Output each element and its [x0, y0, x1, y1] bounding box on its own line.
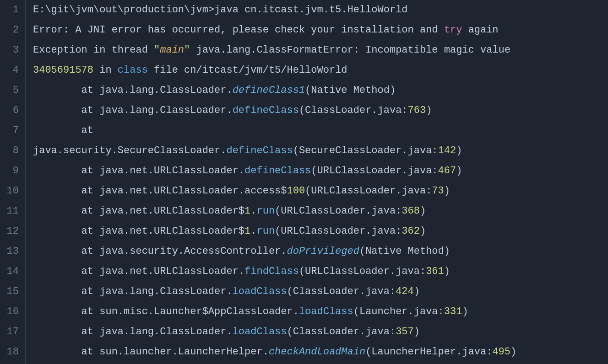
code-token: 467 [438, 165, 456, 177]
code-token: at java.net.URLClassLoader.access$ [33, 185, 287, 197]
code-line[interactable]: at java.net.URLClassLoader$1.run(URLClas… [33, 201, 608, 221]
line-number: 18 [0, 342, 19, 362]
code-token: 1 [244, 205, 250, 217]
code-line[interactable]: 3405691578 in class file cn/itcast/jvm/t… [33, 60, 608, 80]
code-line[interactable]: at java.net.URLClassLoader.findClass(URL… [33, 262, 608, 282]
code-token: ) [456, 145, 462, 156]
line-number: 2 [0, 20, 19, 40]
code-token: (URLClassLoader.java: [305, 185, 432, 197]
code-token: " [154, 44, 160, 56]
code-token: ) [456, 165, 462, 177]
code-token: ) [510, 346, 516, 358]
line-number: 13 [0, 241, 19, 262]
code-token: 100 [287, 185, 305, 197]
code-line[interactable]: Exception in thread "main" java.lang.Cla… [33, 40, 608, 60]
code-token: 362 [402, 225, 420, 237]
code-content-area[interactable]: E:\git\jvm\out\production\jvm>java cn.it… [26, 0, 608, 364]
code-token: 3405691578 [33, 64, 93, 76]
code-token: defineClass [244, 165, 311, 177]
code-token: 361 [426, 266, 444, 277]
code-token: checkAndLoadMain [269, 346, 365, 358]
code-token: 331 [444, 306, 462, 317]
code-token: again [462, 24, 498, 36]
code-token: at java.lang.ClassLoader. [33, 286, 233, 297]
code-token: 73 [432, 185, 444, 197]
code-token: defineClass1 [233, 85, 305, 96]
code-line[interactable]: at sun.launcher.LauncherHelper.checkAndL… [33, 342, 608, 362]
code-token: E:\git\jvm\out\production\jvm>java cn.it… [33, 4, 408, 16]
code-token: (URLClassLoader.java: [311, 165, 438, 177]
code-line[interactable]: at sun.misc.Launcher$AppClassLoader.load… [33, 302, 608, 322]
code-token: java.lang.ClassFormatError: Incompatible… [190, 44, 510, 56]
code-editor[interactable]: 123456789101112131415161718 E:\git\jvm\o… [0, 0, 608, 364]
code-token: file cn/itcast/jvm/t5/HelloWorld [148, 64, 347, 76]
code-line[interactable]: Error: A JNI error has occurred, please … [33, 20, 608, 40]
code-token: at java.net.URLClassLoader. [33, 165, 244, 177]
code-token: ) [420, 205, 426, 217]
code-token: main [160, 44, 184, 56]
code-token: at java.net.URLClassLoader. [33, 266, 244, 277]
line-number: 14 [0, 262, 19, 282]
code-line[interactable]: E:\git\jvm\out\production\jvm>java cn.it… [33, 0, 608, 20]
code-token: (Launcher.java: [353, 306, 444, 317]
line-number: 10 [0, 181, 19, 201]
code-line[interactable]: at java.security.AccessController.doPriv… [33, 241, 608, 262]
code-token: 357 [396, 326, 414, 337]
code-token: at java.lang.ClassLoader. [33, 326, 233, 337]
code-token: defineClass [226, 145, 293, 156]
code-token: ) [426, 105, 432, 116]
code-line[interactable]: at java.net.URLClassLoader$1.run(URLClas… [33, 221, 608, 241]
line-number: 11 [0, 201, 19, 221]
code-token: . [250, 205, 256, 217]
line-number: 7 [0, 121, 19, 141]
line-number: 12 [0, 221, 19, 241]
code-line[interactable]: at java.lang.ClassLoader.loadClass(Class… [33, 282, 608, 302]
code-token: (Native Method) [305, 85, 396, 96]
code-token: (URLClassLoader.java: [299, 266, 426, 277]
code-token: try [444, 24, 462, 36]
code-line[interactable]: at java.lang.ClassLoader.defineClass(Cla… [33, 101, 608, 121]
code-token: 142 [438, 145, 456, 156]
code-line[interactable]: at java.lang.ClassLoader.loadClass(Class… [33, 322, 608, 342]
code-line[interactable]: java.security.SecureClassLoader.defineCl… [33, 141, 608, 161]
line-number: 9 [0, 161, 19, 181]
line-number: 8 [0, 141, 19, 161]
code-token: in [93, 64, 118, 76]
code-token: (ClassLoader.java: [287, 326, 396, 337]
line-number: 6 [0, 101, 19, 121]
line-number: 3 [0, 40, 19, 60]
code-token: run [256, 225, 275, 237]
code-token: 763 [408, 105, 426, 116]
code-token: doPrivileged [287, 246, 359, 257]
code-line[interactable]: at [33, 121, 608, 141]
line-number: 16 [0, 302, 19, 322]
code-token: defineClass [233, 105, 299, 116]
code-token: class [118, 64, 148, 76]
code-token: ) [414, 326, 420, 337]
line-number: 1 [0, 0, 19, 20]
code-token: (Native Method) [359, 246, 450, 257]
line-number: 4 [0, 60, 19, 80]
code-token: ) [462, 306, 468, 317]
code-token: at java.security.AccessController. [33, 246, 287, 257]
line-number-gutter: 123456789101112131415161718 [0, 0, 26, 364]
code-token: java.security.SecureClassLoader. [33, 145, 226, 156]
code-token: findClass [244, 266, 299, 277]
code-line[interactable]: at java.lang.ClassLoader.defineClass1(Na… [33, 80, 608, 101]
code-token: at java.net.URLClassLoader$ [33, 225, 244, 237]
code-line[interactable]: at java.net.URLClassLoader.access$100(UR… [33, 181, 608, 201]
code-token: Error: A JNI error has occurred, please … [33, 24, 444, 36]
code-token: 1 [244, 225, 250, 237]
code-token: 495 [492, 346, 510, 358]
code-token: (ClassLoader.java: [299, 105, 408, 116]
code-token: loadClass [233, 326, 287, 337]
code-token: (LauncherHelper.java: [365, 346, 492, 358]
line-number: 5 [0, 80, 19, 101]
code-line[interactable]: at java.net.URLClassLoader.defineClass(U… [33, 161, 608, 181]
line-number: 17 [0, 322, 19, 342]
code-token: ) [420, 225, 426, 237]
code-token: at java.net.URLClassLoader$ [33, 205, 244, 217]
code-token: loadClass [233, 286, 287, 297]
code-token: (ClassLoader.java: [287, 286, 396, 297]
code-token: 424 [396, 286, 414, 297]
